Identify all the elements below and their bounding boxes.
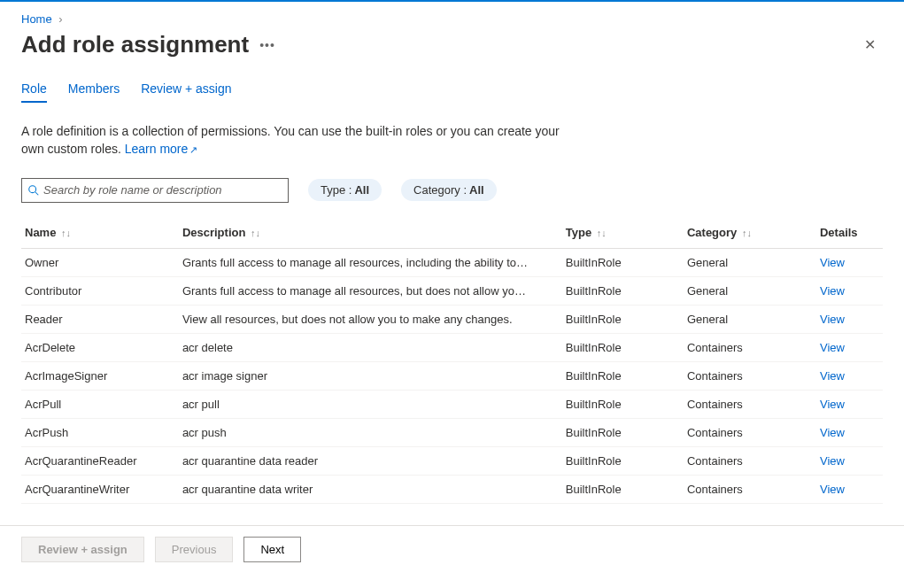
close-icon[interactable]: ✕ bbox=[864, 36, 876, 53]
filter-category-label: Category : bbox=[413, 183, 467, 197]
svg-line-1 bbox=[35, 191, 39, 195]
cell-category: General bbox=[684, 305, 816, 333]
table-row[interactable]: AcrQuarantineReaderacr quarantine data r… bbox=[21, 446, 883, 475]
col-header-details: Details bbox=[816, 219, 883, 249]
cell-description: acr pull bbox=[179, 390, 562, 418]
table-row[interactable]: AcrPullacr pullBuiltInRoleContainersView bbox=[21, 390, 883, 418]
cell-type: BuiltInRole bbox=[562, 418, 684, 446]
col-header-description[interactable]: Description ↑↓ bbox=[179, 219, 562, 249]
next-button[interactable]: Next bbox=[243, 537, 301, 562]
sort-icon[interactable]: ↑↓ bbox=[251, 228, 260, 238]
table-row[interactable]: AcrDeleteacr deleteBuiltInRoleContainers… bbox=[21, 333, 883, 361]
cell-category: Containers bbox=[684, 390, 816, 418]
main-scroll-area[interactable]: Role Members Review + assign A role defi… bbox=[0, 73, 904, 525]
filter-category-value: All bbox=[469, 183, 484, 197]
tabs: Role Members Review + assign bbox=[21, 81, 883, 103]
tab-role[interactable]: Role bbox=[21, 81, 47, 103]
filter-type-value: All bbox=[354, 183, 369, 197]
search-input[interactable] bbox=[43, 183, 282, 197]
filter-type[interactable]: Type : All bbox=[308, 179, 382, 201]
col-header-category[interactable]: Category ↑↓ bbox=[684, 219, 816, 249]
cell-type: BuiltInRole bbox=[562, 333, 684, 361]
search-icon bbox=[27, 184, 40, 197]
description-text: A role definition is a collection of per… bbox=[21, 122, 570, 159]
cell-category: Containers bbox=[684, 475, 816, 503]
breadcrumb: Home › bbox=[0, 2, 904, 26]
view-link[interactable]: View bbox=[816, 305, 883, 333]
external-link-icon: ↗ bbox=[189, 143, 197, 158]
view-link[interactable]: View bbox=[816, 276, 883, 305]
view-link[interactable]: View bbox=[816, 248, 883, 276]
view-link[interactable]: View bbox=[816, 418, 883, 446]
cell-name: Owner bbox=[21, 248, 179, 276]
cell-type: BuiltInRole bbox=[562, 305, 684, 333]
cell-category: General bbox=[684, 276, 816, 305]
cell-category: Containers bbox=[684, 333, 816, 361]
table-row[interactable]: AcrImageSigneracr image signerBuiltInRol… bbox=[21, 361, 883, 390]
view-link[interactable]: View bbox=[816, 446, 883, 475]
cell-description: Grants full access to manage all resourc… bbox=[179, 276, 562, 305]
view-link[interactable]: View bbox=[816, 333, 883, 361]
chevron-right-icon: › bbox=[58, 12, 62, 26]
learn-more-link[interactable]: Learn more bbox=[125, 142, 189, 156]
table-row[interactable]: ContributorGrants full access to manage … bbox=[21, 276, 883, 305]
table-row[interactable]: OwnerGrants full access to manage all re… bbox=[21, 248, 883, 276]
review-assign-button: Review + assign bbox=[21, 537, 144, 562]
cell-name: Reader bbox=[21, 305, 179, 333]
cell-description: Grants full access to manage all resourc… bbox=[179, 248, 562, 276]
table-row[interactable]: ReaderView all resources, but does not a… bbox=[21, 305, 883, 333]
cell-name: AcrQuarantineWriter bbox=[21, 475, 179, 503]
more-actions-icon[interactable]: ••• bbox=[259, 38, 275, 52]
footer-actions: Review + assign Previous Next bbox=[0, 525, 904, 573]
cell-description: View all resources, but does not allow y… bbox=[179, 305, 562, 333]
sort-icon[interactable]: ↑↓ bbox=[61, 228, 71, 238]
cell-name: AcrDelete bbox=[21, 333, 179, 361]
cell-name: AcrQuarantineReader bbox=[21, 446, 179, 475]
cell-description: acr delete bbox=[179, 333, 562, 361]
previous-button: Previous bbox=[155, 537, 234, 562]
tab-review-assign[interactable]: Review + assign bbox=[141, 81, 231, 103]
cell-name: Contributor bbox=[21, 276, 179, 305]
cell-name: AcrImageSigner bbox=[21, 361, 179, 390]
search-input-wrapper[interactable] bbox=[21, 178, 289, 203]
sort-icon[interactable]: ↑↓ bbox=[742, 228, 752, 238]
view-link[interactable]: View bbox=[816, 361, 883, 390]
page-title: Add role assignment bbox=[21, 31, 249, 58]
horizontal-scrollbar[interactable] bbox=[0, 573, 904, 586]
cell-description: acr image signer bbox=[179, 361, 562, 390]
cell-type: BuiltInRole bbox=[562, 446, 684, 475]
cell-category: Containers bbox=[684, 361, 816, 390]
cell-type: BuiltInRole bbox=[562, 248, 684, 276]
cell-category: General bbox=[684, 248, 816, 276]
view-link[interactable]: View bbox=[816, 390, 883, 418]
tab-members[interactable]: Members bbox=[68, 81, 120, 103]
roles-table: Name ↑↓ Description ↑↓ Type ↑↓ Category … bbox=[21, 219, 883, 504]
cell-description: acr quarantine data reader bbox=[179, 446, 562, 475]
cell-name: AcrPull bbox=[21, 390, 179, 418]
table-row[interactable]: AcrQuarantineWriteracr quarantine data w… bbox=[21, 475, 883, 503]
view-link[interactable]: View bbox=[816, 475, 883, 503]
cell-type: BuiltInRole bbox=[562, 475, 684, 503]
col-header-name[interactable]: Name ↑↓ bbox=[21, 219, 179, 249]
sort-icon[interactable]: ↑↓ bbox=[597, 228, 607, 238]
cell-category: Containers bbox=[684, 446, 816, 475]
cell-type: BuiltInRole bbox=[562, 390, 684, 418]
filter-category[interactable]: Category : All bbox=[401, 179, 497, 201]
table-row[interactable]: AcrPushacr pushBuiltInRoleContainersView bbox=[21, 418, 883, 446]
cell-description: acr push bbox=[179, 418, 562, 446]
cell-description: acr quarantine data writer bbox=[179, 475, 562, 503]
filter-type-label: Type : bbox=[321, 183, 352, 197]
svg-point-0 bbox=[29, 185, 36, 192]
breadcrumb-home[interactable]: Home bbox=[21, 12, 52, 26]
cell-type: BuiltInRole bbox=[562, 276, 684, 305]
cell-name: AcrPush bbox=[21, 418, 179, 446]
col-header-type[interactable]: Type ↑↓ bbox=[562, 219, 684, 249]
cell-category: Containers bbox=[684, 418, 816, 446]
cell-type: BuiltInRole bbox=[562, 361, 684, 390]
